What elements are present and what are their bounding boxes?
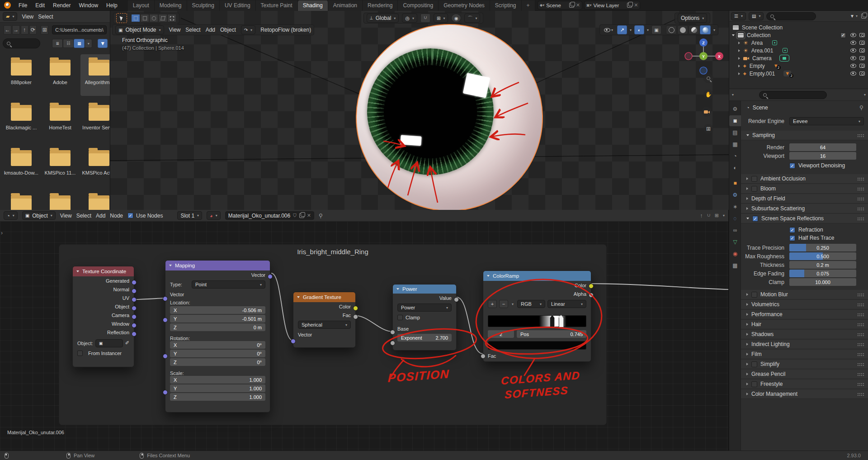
disable-render-icon[interactable]	[859, 48, 865, 52]
select-mode-tweak[interactable]	[131, 14, 140, 22]
disable-render-icon[interactable]	[859, 33, 865, 37]
viewport-menu-object[interactable]: Object	[220, 27, 236, 33]
panel-freestyle[interactable]: Freestyle	[741, 379, 868, 389]
hide-viewport-icon[interactable]	[850, 41, 856, 45]
refraction-checkbox[interactable]	[789, 227, 795, 233]
folder-tile-selected[interactable]: Allegorithmic	[80, 54, 110, 96]
folder-tile-partial[interactable]	[42, 190, 79, 210]
tab-modeling[interactable]: Modeling	[155, 0, 187, 11]
folder-tile[interactable]: Inventor Serv...	[80, 100, 110, 141]
panel-depth-of-field[interactable]: Depth of Field	[741, 194, 868, 204]
unlink-scene-icon[interactable]: ✕	[576, 3, 580, 8]
folder-tile[interactable]: Blackmagic ...	[3, 100, 40, 141]
panel-bloom[interactable]: Bloom	[741, 184, 868, 194]
back-button[interactable]: ←	[4, 25, 11, 34]
panel-color-management[interactable]: Color Management	[741, 389, 868, 399]
folder-tile[interactable]: HomeTest	[42, 100, 79, 141]
trace-precision-slider[interactable]: 0.250	[789, 244, 856, 251]
proportional-falloff-dropdown[interactable]: ⌒▾	[464, 14, 480, 23]
folder-tile[interactable]: KMSPico 11...	[42, 145, 79, 186]
simplify-checkbox[interactable]	[751, 361, 757, 367]
viewport-menu-select[interactable]: Select	[185, 27, 200, 33]
zoom-icon[interactable]	[703, 73, 713, 83]
hide-viewport-icon[interactable]	[850, 56, 856, 60]
menu-edit[interactable]: Edit	[31, 0, 49, 11]
properties-search-input[interactable]	[759, 91, 827, 99]
tab-animation[interactable]: Animation	[328, 0, 363, 11]
expand-icon[interactable]	[738, 65, 740, 67]
sampling-render-field[interactable]: 64	[789, 143, 856, 151]
tab-output[interactable]: ▤	[729, 127, 741, 138]
properties-options-dropdown[interactable]: ▾	[864, 93, 866, 97]
folder-tile[interactable]: KMSPico Acti...	[80, 145, 110, 186]
blender-logo-icon[interactable]	[4, 2, 11, 9]
snap-toggle-button[interactable]: ∩	[420, 14, 430, 23]
folder-tile[interactable]: Adobe	[42, 54, 79, 96]
disable-render-icon[interactable]	[859, 71, 865, 76]
file-menu-view[interactable]: View	[22, 14, 33, 20]
tab-world[interactable]: ◐	[729, 162, 741, 173]
pin-id-icon[interactable]: ⚲	[859, 104, 863, 111]
panel-motion-blur[interactable]: Motion Blur	[741, 290, 868, 299]
expand-icon[interactable]	[738, 49, 740, 52]
outliner-row-camera[interactable]: Camera	[729, 54, 868, 62]
gizmos-toggle[interactable]: ↗	[617, 25, 627, 34]
mode-dropdown[interactable]: ▣ Object Mode ▾	[115, 25, 164, 34]
edge-fading-slider[interactable]: 0.075	[789, 270, 856, 277]
panel-drag-dots[interactable]	[857, 177, 864, 180]
panel-drag-dots[interactable]	[857, 353, 864, 356]
menu-file[interactable]: File	[14, 0, 31, 11]
filter-dropdown[interactable]: ▾	[856, 14, 858, 18]
tab-geometry-nodes[interactable]: Geometry Nodes	[439, 0, 490, 11]
panel-drag-dots[interactable]	[857, 323, 864, 326]
remove-view-layer-icon[interactable]: ✕	[634, 3, 638, 8]
folder-tile[interactable]: kmsauto-Dow...	[3, 145, 40, 186]
gizmos-dropdown[interactable]: ▾	[630, 28, 632, 32]
new-folder-button[interactable]: ⊞	[41, 25, 48, 34]
panel-performance[interactable]: Performance	[741, 310, 868, 319]
outliner-display-mode-dropdown[interactable]: ▤▾	[749, 12, 764, 20]
panel-sampling[interactable]: Sampling	[741, 131, 868, 140]
half-res-trace-checkbox[interactable]	[789, 235, 795, 241]
expand-icon[interactable]	[738, 72, 740, 75]
panel-drag-dots[interactable]	[857, 293, 864, 296]
select-mode-extend[interactable]	[167, 14, 176, 22]
thickness-field[interactable]: 0.2 m	[789, 261, 856, 269]
select-mode-lasso[interactable]	[158, 14, 167, 22]
tab-object[interactable]: ■	[729, 178, 741, 189]
horizontal-list-button[interactable]: ☷	[63, 39, 74, 48]
panel-volumetrics[interactable]: Volumetrics	[741, 300, 868, 309]
scene-selector[interactable]: ◆▾ Scene ✕	[538, 1, 582, 9]
outliner-row-scene-collection[interactable]: Scene Collection	[729, 24, 868, 31]
disable-render-icon[interactable]	[859, 64, 865, 68]
outliner-editor-type-dropdown[interactable]: ☰▾	[731, 12, 746, 20]
motion-blur-checkbox[interactable]	[751, 292, 757, 298]
pivot-point-dropdown[interactable]: ◎▾	[402, 14, 417, 23]
navigation-gizmo[interactable]: Z X Y	[681, 33, 726, 78]
select-mode-box[interactable]	[140, 14, 149, 22]
viewport-menu-retopoflow[interactable]: RetopoFlow (broken)	[260, 27, 311, 33]
orthographic-toggle-icon[interactable]: ⊞	[703, 124, 713, 134]
panel-drag-dots[interactable]	[857, 383, 864, 386]
viewport-3d[interactable]: ⟂ Global ▾ ◎▾ ∩ ⊞▾ ◉ ⌒▾ Options▾	[110, 11, 729, 210]
panel-drag-dots[interactable]	[857, 207, 864, 210]
expand-icon[interactable]	[732, 34, 735, 36]
tab-constraints[interactable]: ∞	[729, 225, 741, 236]
panel-indirect-lighting[interactable]: Indirect Lighting	[741, 340, 868, 349]
render-engine-dropdown[interactable]: Eevee▾	[789, 117, 864, 125]
panel-drag-dots[interactable]	[857, 393, 864, 396]
panel-drag-dots[interactable]	[857, 343, 864, 346]
shading-dropdown[interactable]: ▾	[713, 28, 715, 32]
tab-compositing[interactable]: Compositing	[398, 0, 439, 11]
tab-particles[interactable]: ∗	[729, 201, 741, 212]
outliner-row-empty[interactable]: ⌖ Empty ▼2	[729, 62, 868, 70]
tab-modifiers[interactable]: ⚙	[729, 190, 741, 200]
clamp-field[interactable]: 10.000	[789, 278, 856, 286]
tab-physics[interactable]: ◌	[729, 213, 741, 224]
options-dropdown[interactable]: Options▾	[678, 14, 707, 23]
hide-viewport-icon[interactable]	[850, 71, 856, 76]
panel-drag-dots[interactable]	[857, 303, 864, 306]
object-visibility-dropdown[interactable]: ▾	[603, 25, 614, 34]
tab-uv-editing[interactable]: UV Editing	[220, 0, 256, 11]
hide-viewport-icon[interactable]	[850, 64, 856, 68]
